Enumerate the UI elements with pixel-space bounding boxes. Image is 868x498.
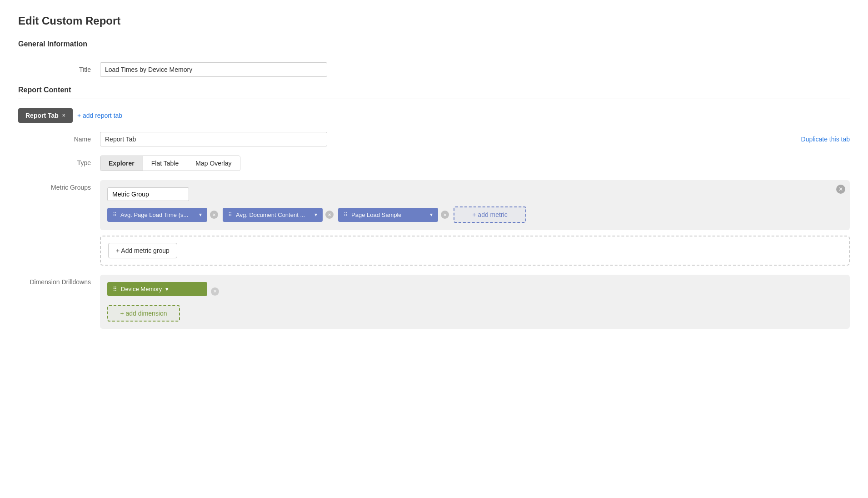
tab-label: Report Tab <box>25 112 59 119</box>
metric-close-icon-0: ✕ <box>212 212 216 217</box>
tab-name-field-row: Name Duplicate this tab <box>18 132 850 146</box>
drag-icon-2: ⠿ <box>344 211 348 218</box>
add-dimension-button[interactable]: + add dimension <box>107 305 180 322</box>
chip-arrow-2: ▾ <box>430 211 433 218</box>
metric-chip-2[interactable]: ⠿ Page Load Sample ▾ <box>338 208 438 222</box>
general-information-section: General Information Title <box>18 40 850 77</box>
metric-group-box: ✕ ⠿ Avg. Page Load Time (s... ▾ ✕ <box>100 180 850 230</box>
metric-group-close-icon: ✕ <box>838 186 843 192</box>
metric-chip-1[interactable]: ⠿ Avg. Document Content ... ▾ <box>223 208 323 222</box>
page-container: Edit Custom Report General Information T… <box>0 0 868 498</box>
title-field-row: Title <box>18 62 850 77</box>
tab-name-input[interactable] <box>100 132 327 146</box>
type-map-overlay-button[interactable]: Map Overlay <box>187 156 239 171</box>
metric-label-1: Avg. Document Content ... <box>236 211 311 218</box>
metric-group-name-input[interactable] <box>107 187 189 201</box>
dimension-drag-icon: ⠿ <box>113 286 117 292</box>
dimension-chip-device-memory[interactable]: ⠿ Device Memory ▾ <box>107 282 207 296</box>
dimension-drilldowns-field-row: Dimension Drilldowns ⠿ Device Memory ▾ ✕ <box>18 275 850 329</box>
metric-chip-close-0[interactable]: ✕ <box>210 211 218 219</box>
type-options: Explorer Flat Table Map Overlay <box>100 156 850 171</box>
title-label: Title <box>18 62 100 73</box>
type-label: Type <box>18 156 100 166</box>
add-report-tab-link[interactable]: + add report tab <box>77 112 122 119</box>
drag-icon-0: ⠿ <box>113 211 117 218</box>
dimension-close-icon: ✕ <box>213 289 217 294</box>
metric-group-close-button[interactable]: ✕ <box>836 185 845 194</box>
metric-label-0: Avg. Page Load Time (s... <box>120 211 195 218</box>
general-info-divider <box>18 53 850 53</box>
add-metric-group-box: + Add metric group <box>100 236 850 266</box>
report-content-section: Report Content Report Tab × + add report… <box>18 86 850 329</box>
metrics-row: ⠿ Avg. Page Load Time (s... ▾ ✕ ⠿ Avg. D… <box>107 206 843 223</box>
type-explorer-button[interactable]: Explorer <box>100 156 143 171</box>
add-metric-group-button[interactable]: + Add metric group <box>108 243 177 258</box>
metric-chip-close-1[interactable]: ✕ <box>325 211 334 219</box>
dimension-chip-label: Device Memory <box>121 286 162 292</box>
dimension-chip-close-button[interactable]: ✕ <box>211 287 219 296</box>
metric-groups-label: Metric Groups <box>18 180 100 191</box>
general-info-heading: General Information <box>18 40 850 48</box>
metric-groups-container: ✕ ⠿ Avg. Page Load Time (s... ▾ ✕ <box>100 180 850 266</box>
report-content-divider <box>18 99 850 99</box>
duplicate-tab-link[interactable]: Duplicate this tab <box>801 132 850 143</box>
metric-chip-close-2[interactable]: ✕ <box>441 211 449 219</box>
tab-content-area: Name Duplicate this tab Type Explorer Fl… <box>18 132 850 329</box>
metric-close-icon-1: ✕ <box>328 212 331 217</box>
chip-arrow-1: ▾ <box>314 211 317 218</box>
report-content-heading: Report Content <box>18 86 850 94</box>
page-title: Edit Custom Report <box>18 15 850 27</box>
dimension-chip-arrow: ▾ <box>165 286 169 292</box>
tabs-row: Report Tab × + add report tab <box>18 108 850 123</box>
metric-chip-0[interactable]: ⠿ Avg. Page Load Time (s... ▾ <box>107 208 207 222</box>
chip-arrow-0: ▾ <box>199 211 202 218</box>
metric-close-icon-2: ✕ <box>443 212 447 217</box>
metric-groups-field-row: Metric Groups ✕ ⠿ Avg. Page Load Time (s <box>18 180 850 266</box>
type-flat-table-button[interactable]: Flat Table <box>143 156 187 171</box>
report-tab-button[interactable]: Report Tab × <box>18 108 73 123</box>
tab-name-row: Duplicate this tab <box>100 132 850 146</box>
type-field-row: Type Explorer Flat Table Map Overlay <box>18 156 850 171</box>
dimension-chip-row: ⠿ Device Memory ▾ ✕ <box>107 282 843 301</box>
dimension-drilldowns-content: ⠿ Device Memory ▾ ✕ + add dimension <box>100 275 850 329</box>
drag-icon-1: ⠿ <box>228 211 232 218</box>
metric-label-2: Page Load Sample <box>351 211 426 218</box>
title-input[interactable] <box>100 62 327 77</box>
add-metric-button[interactable]: + add metric <box>454 206 526 223</box>
type-button-group: Explorer Flat Table Map Overlay <box>100 156 240 171</box>
tab-name-label: Name <box>18 132 100 143</box>
tab-close-icon[interactable]: × <box>62 112 65 119</box>
dimension-drilldowns-label: Dimension Drilldowns <box>18 275 100 286</box>
dimension-box: ⠿ Device Memory ▾ ✕ + add dimension <box>100 275 850 329</box>
